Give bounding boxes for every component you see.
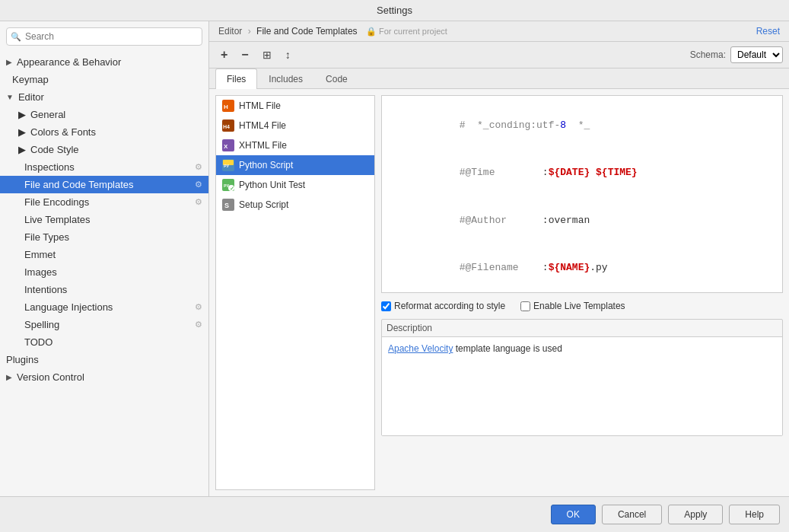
sidebar-item-images[interactable]: Images xyxy=(0,263,208,281)
sidebar-item-live-templates[interactable]: Live Templates xyxy=(0,211,208,228)
search-box[interactable]: 🔍 xyxy=(6,27,202,46)
sidebar-item-version-control[interactable]: ▶ Version Control xyxy=(0,368,208,386)
sidebar-item-keymap[interactable]: Keymap xyxy=(0,71,208,88)
sidebar-item-file-encodings[interactable]: File Encodings ⚙ xyxy=(0,193,208,211)
content-area: Editor › File and Code Templates 🔒 For c… xyxy=(209,21,789,496)
code-editor[interactable]: # *_conding:utf-8 *_ #@Time :${DATE} ${T… xyxy=(381,95,783,293)
add-button[interactable]: + xyxy=(215,45,233,65)
sidebar-item-label: General xyxy=(30,109,65,120)
toolbar-left: + − ⊞ ↕ xyxy=(215,45,296,65)
bottom-bar: OK Cancel Apply Help xyxy=(0,496,789,532)
sidebar-item-colors-fonts[interactable]: ▶ Colors & Fonts xyxy=(0,123,208,141)
file-list: H HTML File H4 HTML4 File X XHTML File xyxy=(215,95,375,490)
file-item-python-unit-test[interactable]: py ✓ Python Unit Test xyxy=(216,175,374,195)
sidebar-item-inspections[interactable]: Inspections ⚙ xyxy=(0,158,208,176)
sidebar-item-label: Editor xyxy=(18,91,44,103)
sidebar-item-label: TODO xyxy=(24,336,52,348)
svg-text:H4: H4 xyxy=(223,124,230,129)
sidebar-tree: ▶ Appearance & Behavior Keymap ▼ Editor … xyxy=(0,52,208,496)
sidebar-item-label: Colors & Fonts xyxy=(30,126,96,138)
sidebar-item-label: Language Injections xyxy=(24,301,113,313)
copy-button[interactable]: ⊞ xyxy=(257,46,277,64)
svg-text:X: X xyxy=(224,143,228,150)
lang-inject-icon: ⚙ xyxy=(195,302,202,312)
sidebar-item-general[interactable]: ▶ General xyxy=(0,106,208,123)
arrow-icon: ▶ xyxy=(6,373,12,381)
sidebar-item-file-types[interactable]: File Types xyxy=(0,228,208,246)
sidebar-item-editor[interactable]: ▼ Editor xyxy=(0,88,208,106)
sidebar-item-label: Live Templates xyxy=(24,214,90,225)
svg-text:S: S xyxy=(224,202,229,209)
sidebar-item-label: Intentions xyxy=(24,284,67,295)
description-link[interactable]: Apache Velocity xyxy=(388,343,453,354)
tab-files[interactable]: Files xyxy=(215,68,257,89)
python-unit-test-icon: py ✓ xyxy=(222,179,234,191)
sidebar-item-intentions[interactable]: Intentions xyxy=(0,281,208,298)
svg-text:py: py xyxy=(224,163,230,167)
sidebar-item-emmet[interactable]: Emmet xyxy=(0,246,208,263)
move-button[interactable]: ↕ xyxy=(280,46,296,64)
sidebar-item-label: Keymap xyxy=(12,74,49,85)
toolbar-right: Schema: Default Project xyxy=(690,46,783,63)
svg-text:✓: ✓ xyxy=(230,186,234,191)
svg-text:H: H xyxy=(224,104,228,110)
file-item-xhtml[interactable]: X XHTML File xyxy=(216,135,374,155)
sidebar-item-plugins[interactable]: Plugins xyxy=(0,351,208,368)
setup-script-icon: S xyxy=(222,199,234,211)
tab-code[interactable]: Code xyxy=(314,68,359,89)
window-title: Settings xyxy=(377,5,412,16)
sidebar-item-label: File Types xyxy=(24,231,69,243)
sidebar-item-appearance[interactable]: ▶ Appearance & Behavior xyxy=(0,53,208,71)
live-templates-label: Enable Live Templates xyxy=(533,301,625,311)
sidebar-item-file-code-templates[interactable]: File and Code Templates ⚙ xyxy=(0,176,208,193)
live-templates-checkbox[interactable] xyxy=(520,301,530,311)
encodings-icon: ⚙ xyxy=(195,197,202,207)
reformat-checkbox-label[interactable]: Reformat according to style xyxy=(381,301,505,311)
arrow-icon: ▶ xyxy=(18,126,26,138)
arrow-icon: ▶ xyxy=(18,109,26,120)
ok-button[interactable]: OK xyxy=(551,505,596,524)
sidebar-item-label: File Encodings xyxy=(24,196,89,208)
file-item-html4[interactable]: H4 HTML4 File xyxy=(216,116,374,135)
sidebar-item-label: File and Code Templates xyxy=(24,179,134,190)
description-content: Apache Velocity template language is use… xyxy=(382,336,782,435)
sidebar-item-todo[interactable]: TODO xyxy=(0,333,208,351)
code-line-3: #@Author :overman xyxy=(388,197,776,244)
python-script-icon: py xyxy=(222,159,234,171)
sidebar-item-label: Plugins xyxy=(6,354,39,365)
apply-button[interactable]: Apply xyxy=(668,505,723,524)
schema-select[interactable]: Default Project xyxy=(730,46,783,63)
reformat-label: Reformat according to style xyxy=(394,301,505,311)
arrow-icon: ▶ xyxy=(18,144,26,155)
live-templates-checkbox-label[interactable]: Enable Live Templates xyxy=(520,301,625,311)
file-item-html[interactable]: H HTML File xyxy=(216,96,374,116)
file-item-label: XHTML File xyxy=(239,140,287,151)
description-box: Description Apache Velocity template lan… xyxy=(381,319,783,436)
code-line-2: #@Time :${DATE} ${TIME} xyxy=(388,149,776,196)
sidebar-item-label: Appearance & Behavior xyxy=(17,56,121,68)
schema-label: Schema: xyxy=(690,49,726,60)
for-project-label: 🔒 For current project xyxy=(366,27,447,36)
tabs-bar: Files Includes Code xyxy=(209,68,789,89)
remove-button[interactable]: − xyxy=(236,45,253,65)
search-input[interactable] xyxy=(6,27,202,46)
cancel-button[interactable]: Cancel xyxy=(602,505,662,524)
reformat-checkbox[interactable] xyxy=(381,301,391,311)
html-file-icon: H xyxy=(222,100,234,112)
spelling-icon: ⚙ xyxy=(195,320,202,330)
tab-includes[interactable]: Includes xyxy=(257,68,314,89)
inspections-icon: ⚙ xyxy=(195,162,202,172)
file-item-setup-script[interactable]: S Setup Script xyxy=(216,195,374,215)
editor-area: # *_conding:utf-8 *_ #@Time :${DATE} ${T… xyxy=(381,95,783,490)
reset-button[interactable]: Reset xyxy=(756,26,780,37)
help-button[interactable]: Help xyxy=(729,505,780,524)
xhtml-file-icon: X xyxy=(222,139,234,151)
html4-file-icon: H4 xyxy=(222,119,234,132)
main-container: 🔍 ▶ Appearance & Behavior Keymap ▼ Edito… xyxy=(0,21,789,496)
sidebar-item-spelling[interactable]: Spelling ⚙ xyxy=(0,316,208,333)
file-item-python-script[interactable]: py Python Script xyxy=(216,155,374,175)
sidebar-item-language-injections[interactable]: Language Injections ⚙ xyxy=(0,298,208,316)
sidebar: 🔍 ▶ Appearance & Behavior Keymap ▼ Edito… xyxy=(0,21,209,496)
sidebar-item-code-style[interactable]: ▶ Code Style xyxy=(0,141,208,158)
search-icon: 🔍 xyxy=(11,32,21,42)
